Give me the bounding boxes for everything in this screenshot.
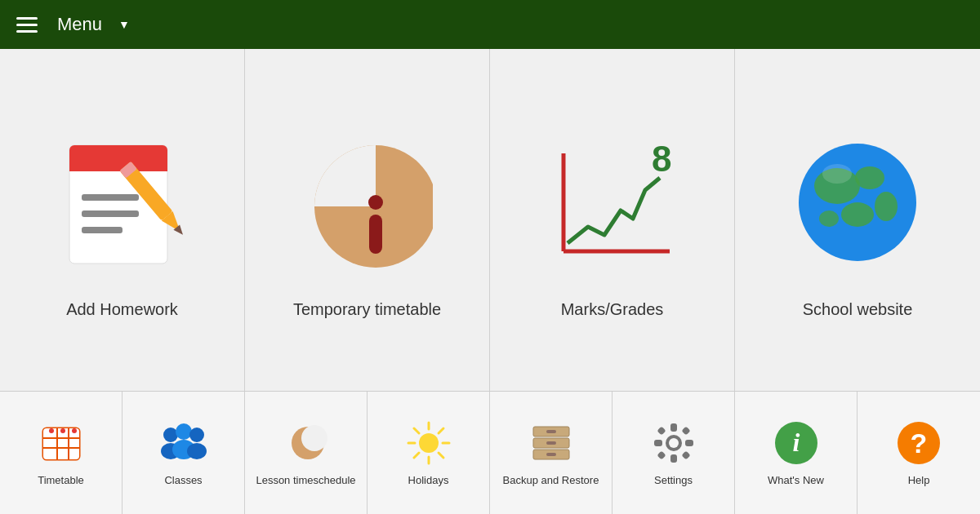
svg-point-22	[822, 164, 852, 184]
main-grid: Add Homework Temporary timetable	[0, 49, 980, 392]
svg-rect-61	[657, 426, 666, 435]
hamburger-icon[interactable]	[16, 17, 38, 33]
svg-line-47	[439, 428, 443, 433]
svg-rect-60	[685, 440, 693, 446]
svg-rect-53	[546, 441, 556, 445]
svg-rect-2	[69, 160, 167, 171]
svg-rect-64	[681, 450, 690, 459]
svg-point-34	[176, 423, 192, 440]
dropdown-icon[interactable]: ▼	[118, 18, 130, 31]
timetable-label: Timetable	[38, 474, 84, 488]
settings-label: Settings	[654, 474, 693, 488]
marks-grades-icon: 8	[539, 121, 686, 284]
main-card-temporary-timetable[interactable]: Temporary timetable	[245, 49, 490, 391]
help-label: Help	[908, 474, 930, 488]
help-icon: ?	[894, 419, 943, 467]
svg-point-21	[819, 210, 839, 227]
bottom-item-whats-new[interactable]: i What's New	[735, 392, 858, 514]
backup-restore-label: Backup and Restore	[503, 474, 599, 488]
svg-point-39	[301, 425, 327, 451]
svg-point-20	[875, 192, 898, 221]
backup-restore-icon	[527, 419, 576, 467]
svg-rect-54	[546, 453, 556, 456]
svg-rect-59	[654, 440, 662, 446]
svg-rect-57	[670, 423, 677, 432]
main-card-school-website[interactable]: School website	[735, 49, 980, 391]
svg-rect-52	[546, 430, 556, 433]
svg-rect-4	[82, 210, 139, 217]
svg-rect-11	[369, 215, 382, 254]
bottom-item-settings[interactable]: Settings	[612, 392, 735, 514]
bottom-item-help[interactable]: ? Help	[858, 392, 980, 514]
timetable-icon	[37, 419, 86, 467]
holidays-label: Holidays	[408, 474, 449, 488]
main-card-marks-grades[interactable]: 8 Marks/Grades	[490, 49, 735, 391]
svg-rect-62	[681, 426, 690, 435]
svg-point-12	[368, 195, 383, 210]
svg-rect-5	[82, 227, 122, 233]
svg-text:i: i	[792, 428, 800, 457]
svg-point-31	[72, 428, 77, 433]
svg-rect-63	[657, 450, 666, 459]
header-title: Menu	[57, 14, 102, 35]
school-website-label: School website	[803, 300, 913, 319]
add-homework-icon	[49, 121, 196, 284]
add-homework-label: Add Homework	[66, 300, 178, 319]
svg-point-30	[60, 428, 65, 433]
svg-rect-3	[82, 194, 139, 201]
bottom-item-lesson-timeschedule[interactable]: Lesson timeschedule	[245, 392, 368, 514]
svg-text:8: 8	[652, 139, 671, 179]
bottom-item-timetable[interactable]: Timetable	[0, 392, 122, 514]
whats-new-icon: i	[772, 419, 821, 467]
bottom-item-backup-restore[interactable]: Backup and Restore	[490, 392, 612, 514]
classes-icon	[159, 419, 208, 467]
marks-grades-label: Marks/Grades	[561, 300, 664, 319]
svg-line-48	[414, 453, 419, 458]
classes-label: Classes	[164, 474, 202, 488]
app-header: Menu ▼	[0, 0, 980, 49]
temporary-timetable-label: Temporary timetable	[293, 300, 441, 319]
svg-point-40	[419, 433, 439, 453]
bottom-item-classes[interactable]: Classes	[122, 392, 245, 514]
svg-point-56	[669, 438, 679, 448]
lesson-timeschedule-icon	[282, 419, 331, 467]
holidays-icon	[404, 419, 453, 467]
svg-line-46	[439, 453, 443, 458]
school-website-icon	[784, 121, 931, 284]
svg-point-37	[187, 443, 207, 459]
svg-point-36	[189, 428, 204, 442]
svg-point-18	[855, 166, 884, 189]
svg-point-29	[49, 428, 54, 433]
bottom-bar: Timetable Classes Lesson timesched	[0, 392, 980, 514]
temporary-timetable-icon	[294, 121, 441, 284]
lesson-timeschedule-label: Lesson timeschedule	[256, 474, 355, 488]
svg-line-45	[414, 428, 419, 433]
whats-new-label: What's New	[768, 474, 824, 488]
svg-rect-58	[670, 454, 677, 463]
svg-point-19	[841, 202, 874, 227]
bottom-item-holidays[interactable]: Holidays	[368, 392, 490, 514]
svg-text:?: ?	[911, 428, 928, 459]
settings-icon	[649, 419, 698, 467]
main-card-add-homework[interactable]: Add Homework	[0, 49, 245, 391]
